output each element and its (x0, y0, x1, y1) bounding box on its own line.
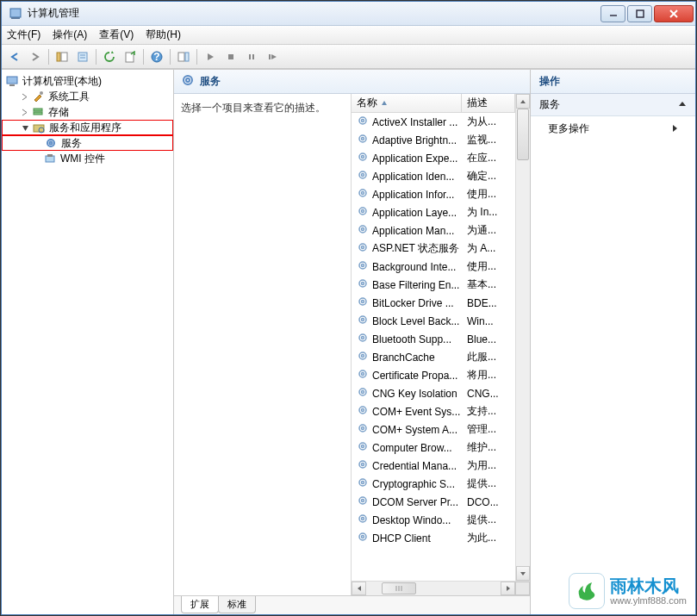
tree-root[interactable]: 计算机管理(本地) (2, 73, 173, 89)
actions-group-label: 服务 (539, 97, 560, 112)
scroll-up-button[interactable] (516, 94, 530, 109)
tab-extended[interactable]: 扩展 (181, 596, 219, 613)
collapse-icon[interactable] (20, 122, 30, 133)
menu-operate[interactable]: 操作(A) (53, 28, 87, 42)
service-icon (357, 241, 369, 256)
titlebar[interactable]: 计算机管理 (2, 2, 695, 26)
column-name[interactable]: 名称 (352, 94, 462, 112)
tree-storage[interactable]: 存储 (2, 104, 173, 120)
help-button[interactable]: ? (147, 47, 166, 66)
toolbar: ? (2, 45, 695, 69)
svg-rect-29 (46, 156, 54, 162)
service-row[interactable]: COM+ System A...管理... (352, 420, 515, 439)
navigation-tree[interactable]: 计算机管理(本地) 系统工具 存储 服务和应用程序 服务 (2, 70, 174, 614)
actions-group-header[interactable]: 服务 (531, 94, 695, 116)
scroll-right-button[interactable] (501, 582, 515, 595)
export-button[interactable] (121, 47, 140, 66)
vertical-scrollbar[interactable] (515, 94, 530, 581)
show-hide-tree-button[interactable] (53, 47, 72, 66)
service-row[interactable]: COM+ Event Sys...支持... (352, 402, 515, 420)
pause-button[interactable] (242, 47, 261, 66)
service-row[interactable]: BranchCache此服... (352, 348, 515, 366)
service-row[interactable]: Application Laye...为 In... (352, 203, 515, 221)
service-row[interactable]: Bluetooth Supp...Blue... (352, 330, 515, 348)
service-row[interactable]: Application Iden...确定... (352, 167, 515, 185)
menu-view[interactable]: 查看(V) (99, 28, 134, 42)
expand-icon[interactable] (19, 107, 29, 117)
service-row[interactable]: Adaptive Brightn...监视... (352, 131, 515, 149)
tree-label: 计算机管理(本地) (22, 74, 102, 89)
minimize-button[interactable] (601, 5, 625, 22)
service-icon (357, 531, 369, 545)
column-description[interactable]: 描述 (462, 94, 515, 112)
tree-tools[interactable]: 系统工具 (2, 89, 173, 104)
forward-button[interactable] (26, 47, 45, 66)
svg-point-52 (362, 283, 364, 285)
scroll-left-button[interactable] (352, 582, 366, 595)
actions-more[interactable]: 更多操作 (531, 116, 695, 141)
service-row[interactable]: CNG Key IsolationCNG... (352, 384, 515, 402)
back-button[interactable] (5, 47, 24, 66)
service-row[interactable]: Application Expe...在应... (352, 149, 515, 167)
tree-services[interactable]: 服务 (2, 135, 173, 151)
service-desc-cell: 为此... (462, 531, 515, 545)
stop-button[interactable] (221, 47, 240, 66)
expand-icon[interactable] (19, 91, 29, 102)
service-icon (357, 440, 369, 455)
service-row[interactable]: Computer Brow...维护... (352, 439, 515, 457)
service-row[interactable]: Application Man...为通... (352, 221, 515, 240)
service-desc-cell: 使用... (462, 259, 515, 274)
tree-wmi[interactable]: WMI 控件 (2, 151, 173, 166)
service-row[interactable]: Certificate Propa...将用... (352, 366, 515, 384)
service-name-cell: BranchCache (352, 350, 462, 364)
service-desc-cell: 维护... (462, 440, 515, 455)
scroll-track[interactable] (366, 582, 501, 595)
svg-point-50 (362, 264, 364, 267)
tab-standard[interactable]: 标准 (218, 596, 256, 613)
svg-point-78 (362, 518, 364, 520)
tree-label: 系统工具 (48, 90, 90, 104)
close-button[interactable] (654, 5, 694, 22)
list-rows[interactable]: ActiveX Installer ...为从...Adaptive Brigh… (352, 113, 515, 581)
scroll-thumb[interactable] (517, 109, 529, 160)
service-icon (357, 350, 369, 364)
service-row[interactable]: Base Filtering En...基本... (352, 276, 515, 294)
show-hide-action-button[interactable] (174, 47, 193, 66)
scroll-track[interactable] (516, 109, 530, 566)
tree-services-apps[interactable]: 服务和应用程序 (2, 120, 173, 135)
service-icon (357, 404, 369, 419)
maximize-button[interactable] (627, 5, 652, 22)
storage-icon (31, 105, 45, 119)
service-row[interactable]: Application Infor...使用... (352, 185, 515, 203)
horizontal-scrollbar[interactable] (352, 581, 530, 595)
properties-button[interactable] (73, 47, 92, 66)
service-desc-cell: 为从... (462, 115, 515, 129)
menu-help[interactable]: 帮助(H) (146, 28, 181, 42)
svg-point-41 (359, 190, 366, 196)
svg-point-74 (362, 482, 364, 484)
service-row[interactable]: DHCP Client为此... (352, 529, 515, 547)
menu-file[interactable]: 文件(F) (7, 28, 40, 42)
service-row[interactable]: Background Inte...使用... (352, 258, 515, 276)
refresh-button[interactable] (100, 47, 119, 66)
scroll-down-button[interactable] (516, 566, 530, 581)
service-row[interactable]: Cryptographic S...提供... (352, 475, 515, 493)
svg-rect-7 (61, 53, 67, 61)
service-row[interactable]: DCOM Server Pr...DCO... (352, 493, 515, 511)
service-row[interactable]: BitLocker Drive ...BDE... (352, 294, 515, 312)
restart-button[interactable] (263, 47, 282, 66)
service-icon (357, 495, 369, 509)
service-row[interactable]: Block Level Back...Win... (352, 312, 515, 330)
actions-more-label: 更多操作 (548, 121, 589, 136)
list-header: 名称 描述 (352, 94, 515, 113)
service-row[interactable]: Desktop Windo...提供... (352, 511, 515, 529)
play-button[interactable] (201, 47, 220, 66)
svg-rect-3 (637, 10, 644, 17)
service-row[interactable]: Credential Mana...为用... (352, 457, 515, 475)
svg-rect-21 (9, 84, 15, 86)
service-row[interactable]: ActiveX Installer ...为从... (352, 113, 515, 131)
content-area: 计算机管理(本地) 系统工具 存储 服务和应用程序 服务 (2, 69, 695, 614)
scroll-thumb[interactable] (382, 582, 416, 594)
service-row[interactable]: ASP.NET 状态服务为 A... (352, 240, 515, 258)
svg-point-67 (359, 425, 366, 432)
